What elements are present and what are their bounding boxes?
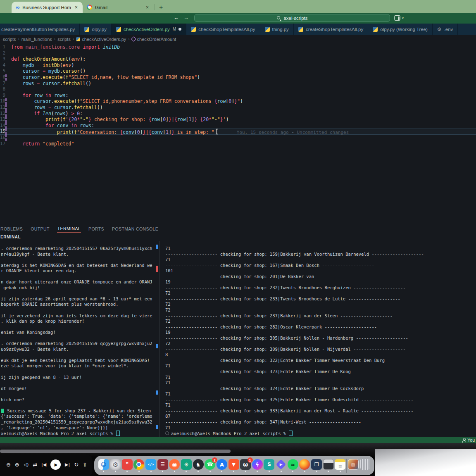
dock-item-trash[interactable] bbox=[359, 459, 371, 472]
dock-item-notion[interactable]: ❐ bbox=[311, 459, 322, 472]
terminal-line: n daar hoort uiteraard onze ORANJE tompo… bbox=[1, 279, 157, 285]
editor-tab[interactable]: checkActiveOrders.pyM bbox=[112, 24, 186, 35]
browser-tab[interactable]: Gmail× bbox=[83, 2, 154, 13]
line-number: 2 bbox=[0, 50, 5, 57]
volume-button[interactable]: ◁) bbox=[24, 462, 29, 467]
line-number: 8 bbox=[0, 86, 5, 93]
editor-tab-bar: createPaymentButtonTemplates.pyolpy.pych… bbox=[0, 24, 476, 35]
dock-item-notes[interactable]: ≡ bbox=[335, 459, 346, 472]
repeat-button[interactable]: ↻ bbox=[74, 462, 79, 467]
running-indicator-dot bbox=[328, 471, 329, 472]
terminal-line: -------------------- checking for shop: … bbox=[165, 263, 475, 269]
code-line: 9 for row in rows: bbox=[0, 93, 476, 99]
panel-tab-output[interactable]: OUTPUT bbox=[30, 225, 50, 233]
window-preview-icon bbox=[323, 459, 334, 470]
forward-arrow-icon[interactable]: → bbox=[183, 14, 189, 21]
brave-icon: ▼ bbox=[228, 459, 239, 470]
dock-item-chat-app[interactable]: ❞ bbox=[121, 459, 133, 472]
status-bar-account-item[interactable]: You bbox=[467, 438, 475, 443]
dock-item-database-app[interactable]: ☰ bbox=[157, 459, 168, 472]
new-tab-button[interactable]: + bbox=[157, 4, 164, 11]
dock-item-discord[interactable]: 1ω bbox=[240, 459, 251, 472]
editor-tab[interactable]: createShopTemplatesAll.py bbox=[294, 24, 368, 35]
dock-item-window-preview[interactable] bbox=[323, 459, 334, 472]
dock-item-postman[interactable]: ◉ bbox=[169, 459, 180, 472]
surfshark-icon: S bbox=[264, 459, 274, 470]
dock-item-brave[interactable]: ▼ bbox=[228, 459, 239, 472]
terminal-line: -------------------- checking for shop: … bbox=[165, 397, 475, 403]
dock-item-media-player[interactable]: ▶ bbox=[276, 459, 287, 472]
editor-tab[interactable]: ⚙.env bbox=[433, 24, 458, 35]
dock-item-whatsapp[interactable]: 2☎ bbox=[205, 459, 216, 472]
terminal-left-pane[interactable]: . orderlemon_remarketing_202504151557_0k… bbox=[1, 246, 157, 436]
customize-layout-button[interactable]: ∨ bbox=[394, 15, 404, 21]
shuffle-button[interactable]: ⇄ bbox=[33, 462, 37, 467]
terminal-split-divider[interactable] bbox=[159, 241, 159, 437]
terminal-line: -------------------- checking for shop: … bbox=[165, 336, 475, 341]
dock-item-vscode[interactable]: </> bbox=[145, 459, 157, 472]
horizontal-scrollbar-thumb[interactable] bbox=[0, 450, 231, 453]
zoom-in-button[interactable]: ⊕ bbox=[15, 462, 19, 467]
chrome-icon bbox=[133, 459, 144, 470]
running-indicator-dot bbox=[150, 471, 152, 472]
code-line: 17 return "completed" bbox=[0, 141, 476, 147]
panel-tab-ports[interactable]: PORTS bbox=[88, 225, 105, 233]
back-arrow-icon[interactable]: ← bbox=[174, 14, 179, 21]
zoom-out-button[interactable]: ⊖ bbox=[6, 462, 11, 467]
dock-item-messenger[interactable]: ϟ bbox=[252, 459, 263, 472]
terminal-line bbox=[1, 352, 157, 358]
close-icon[interactable]: × bbox=[145, 5, 150, 10]
panel-tab-terminal[interactable]: TERMINAL bbox=[57, 224, 81, 233]
editor-tab[interactable]: checkShopTemplatesAll.py bbox=[186, 24, 260, 35]
editor-tab[interactable]: olpy.py (Working Tree) bbox=[368, 24, 433, 35]
dock-item-finder[interactable]: ☺ bbox=[98, 459, 109, 472]
editor-tab[interactable]: olpy.py bbox=[80, 24, 112, 35]
dock-item-app-store[interactable]: A bbox=[216, 459, 227, 472]
terminal-line bbox=[1, 391, 157, 397]
panel-tab-roblems[interactable]: ROBLEMS bbox=[0, 225, 23, 233]
breadcrumb-item[interactable]: main_functions bbox=[21, 37, 52, 42]
close-icon[interactable]: × bbox=[74, 5, 79, 10]
editor-tab[interactable]: thing.py bbox=[260, 24, 294, 35]
line-number: 1 bbox=[0, 44, 5, 50]
play-button[interactable]: ▶ bbox=[50, 459, 61, 470]
code-text: rows = cursor.fetchall() bbox=[11, 105, 476, 111]
code-text: for row in rows: bbox=[11, 93, 476, 99]
terminal-line: ot morgen! bbox=[1, 386, 157, 392]
breadcrumb-item[interactable]: -scripts bbox=[1, 37, 16, 42]
google-icon bbox=[87, 5, 92, 10]
terminal-line: -------------------- checking for shop: … bbox=[165, 419, 475, 425]
command-center-search[interactable]: axel-scripts bbox=[194, 14, 390, 22]
terminal-line: il je verzekerd zijn van iets lekkers om… bbox=[1, 313, 157, 319]
browser-tab[interactable]: ∞Business Support Home× bbox=[12, 2, 83, 13]
code-text: print(f'{20*"-"} checking for shop: {row… bbox=[11, 117, 476, 123]
dock-item-github-desktop[interactable]: ♞ bbox=[193, 459, 204, 472]
dock-item-spotify[interactable]: ≈ bbox=[287, 459, 298, 472]
breadcrumb-item[interactable]: scripts bbox=[57, 37, 71, 42]
next-button[interactable]: ▶| bbox=[65, 462, 70, 467]
breadcrumb-item[interactable]: checkOrderAmount bbox=[132, 37, 176, 42]
previous-button[interactable]: |◀ bbox=[41, 462, 46, 467]
terminal-right-pane[interactable]: 71-------------------- checking for shop… bbox=[165, 246, 475, 436]
terminal-line bbox=[1, 274, 157, 280]
terminal-line: -------------------- checking for shop: … bbox=[165, 274, 475, 280]
breadcrumb-item[interactable]: checkActiveOrders.py bbox=[76, 37, 126, 42]
code-text bbox=[11, 50, 476, 57]
symbol-method-icon bbox=[131, 36, 136, 42]
dock-item-firefox[interactable] bbox=[299, 459, 310, 472]
terminal-line: 72 bbox=[165, 302, 475, 307]
dock-item-image-file[interactable]: ▨ bbox=[347, 459, 359, 472]
terminal-line: hich one? bbox=[1, 397, 157, 403]
editor-tab[interactable]: createPaymentButtonTemplates.py bbox=[0, 24, 80, 35]
dock-item-chatgpt-app[interactable]: ✳ bbox=[181, 459, 192, 472]
dock-item-chrome[interactable] bbox=[133, 459, 145, 472]
dock-item-system-settings[interactable]: ⚙ bbox=[110, 459, 121, 472]
terminal-line: -------------------- checking for shop: … bbox=[165, 313, 475, 319]
dock-item-surfshark[interactable]: S bbox=[264, 459, 275, 472]
share-button[interactable]: ⇧ bbox=[83, 462, 87, 467]
panel-tab-postman-console[interactable]: POSTMAN CONSOLE bbox=[112, 225, 159, 233]
terminal-overview-mark bbox=[156, 390, 158, 395]
media-controls-panel: ⊖⊕◁)⇄|◀▶▶|↻⇧ bbox=[0, 455, 93, 476]
code-editor[interactable]: 1from main_functions.core import initDb2… bbox=[0, 43, 476, 223]
editor-tab-label: createPaymentButtonTemplates.py bbox=[1, 27, 75, 32]
